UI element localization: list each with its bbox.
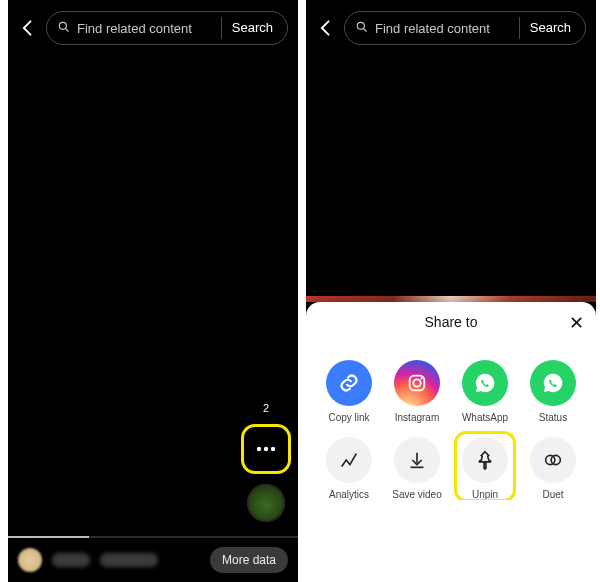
- tile-label: Duet: [542, 489, 563, 500]
- instagram-icon: [394, 360, 440, 406]
- analytics-icon: [326, 437, 372, 483]
- caption-row: More data: [8, 538, 298, 582]
- svg-point-2: [264, 447, 268, 451]
- share-count: 2: [263, 402, 269, 414]
- tile-label: Save video: [392, 489, 441, 500]
- search-button[interactable]: Search: [221, 17, 283, 39]
- back-icon[interactable]: [18, 18, 38, 38]
- tile-label: Unpin: [472, 489, 498, 500]
- svg-point-0: [59, 22, 66, 29]
- tile-label: Instagram: [395, 412, 439, 423]
- search-icon: [57, 20, 71, 37]
- highlight-more: [241, 424, 291, 474]
- tile-label: WhatsApp: [462, 412, 508, 423]
- back-icon[interactable]: [316, 18, 336, 38]
- share-sheet: Share to ✕ Copy link Instagram: [306, 302, 596, 582]
- tile-label: Status: [539, 412, 567, 423]
- share-whatsapp[interactable]: WhatsApp: [460, 360, 510, 423]
- share-apps-row[interactable]: Copy link Instagram WhatsApp: [306, 342, 596, 423]
- screenshot-left: Find related content Search 2 More data: [8, 0, 298, 582]
- author-avatar[interactable]: [18, 548, 42, 572]
- svg-point-4: [357, 22, 364, 29]
- svg-point-7: [420, 377, 422, 379]
- search-bar[interactable]: Find related content Search: [344, 11, 586, 45]
- top-bar: Find related content Search: [306, 0, 596, 46]
- share-instagram[interactable]: Instagram: [392, 360, 442, 423]
- search-placeholder: Find related content: [375, 21, 519, 36]
- svg-point-3: [271, 447, 275, 451]
- search-placeholder: Find related content: [77, 21, 221, 36]
- search-icon: [355, 20, 369, 37]
- search-bar[interactable]: Find related content Search: [46, 11, 288, 45]
- sound-disc-icon[interactable]: [247, 484, 285, 522]
- share-status[interactable]: Status: [528, 360, 578, 423]
- download-icon: [394, 437, 440, 483]
- share-sheet-title: Share to: [425, 314, 478, 330]
- search-button[interactable]: Search: [519, 17, 581, 39]
- author-name-blurred: [52, 553, 90, 567]
- share-utils-row[interactable]: Analytics Save video Unpin: [306, 423, 596, 500]
- util-analytics[interactable]: Analytics: [324, 437, 374, 500]
- close-icon[interactable]: ✕: [569, 312, 584, 334]
- right-action-rail: 2: [244, 402, 288, 522]
- more-data-button[interactable]: More data: [210, 547, 288, 573]
- tile-label: Copy link: [328, 412, 369, 423]
- whatsapp-icon: [462, 360, 508, 406]
- util-duet[interactable]: Duet: [528, 437, 578, 500]
- top-bar: Find related content Search: [8, 0, 298, 46]
- share-sheet-header: Share to ✕: [306, 302, 596, 342]
- svg-point-1: [257, 447, 261, 451]
- share-copy-link[interactable]: Copy link: [324, 360, 374, 423]
- tile-label: Analytics: [329, 489, 369, 500]
- whatsapp-status-icon: [530, 360, 576, 406]
- util-unpin[interactable]: Unpin: [460, 437, 510, 500]
- screenshot-right: Find related content Search Share to ✕ C…: [306, 0, 596, 582]
- pin-icon: [462, 437, 508, 483]
- svg-point-9: [551, 455, 560, 464]
- util-save-video[interactable]: Save video: [392, 437, 442, 500]
- svg-point-6: [413, 379, 420, 386]
- more-options-button[interactable]: [246, 429, 286, 469]
- duet-icon: [530, 437, 576, 483]
- link-icon: [326, 360, 372, 406]
- caption-blurred: [100, 553, 158, 567]
